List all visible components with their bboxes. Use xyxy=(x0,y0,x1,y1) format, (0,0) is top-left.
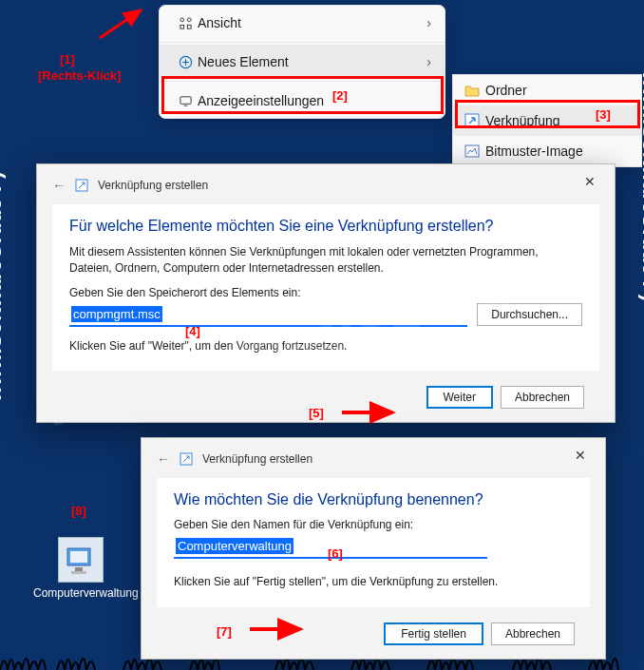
annotation-1: [1] xyxy=(60,52,75,67)
annotation-2: [2] xyxy=(332,88,348,103)
submenu-item-verknuepfung[interactable]: Verknüpfung xyxy=(453,105,641,136)
dialog-description: Mit diesem Assistenten können Sie Verknü… xyxy=(69,244,582,277)
arrow-icon xyxy=(245,618,312,641)
separator xyxy=(160,81,445,82)
svg-point-2 xyxy=(187,17,191,21)
back-button[interactable]: ← xyxy=(52,178,66,193)
annotation-7: [7] xyxy=(217,624,232,639)
grid-icon xyxy=(173,16,198,30)
folder-icon xyxy=(464,84,485,97)
menu-item-ansicht[interactable]: Ansicht › xyxy=(160,6,445,40)
menu-item-neues-element[interactable]: Neues Element › xyxy=(160,45,445,79)
browse-button[interactable]: Durchsuchen... xyxy=(477,303,582,326)
annotation-6: [6] xyxy=(328,546,343,561)
computer-management-icon xyxy=(58,537,104,583)
desktop-icon-label: Computerverwaltung xyxy=(33,586,128,600)
input-label: Geben Sie den Namen für die Verknüpfung … xyxy=(174,518,573,531)
menu-label: Neues Element xyxy=(198,54,289,69)
next-button[interactable]: Weiter xyxy=(426,386,493,409)
menu-item-anzeige[interactable]: Anzeigeeinstellungen xyxy=(160,84,445,118)
annotation-5: [5] xyxy=(309,406,324,420)
shortcut-icon xyxy=(180,452,193,466)
dialog-create-shortcut-2: ✕ ← Verknüpfung erstellen Wie möchten Si… xyxy=(141,437,606,660)
context-menu: Ansicht › Neues Element › Anzeigeeinstel… xyxy=(159,5,445,119)
annotation-3: [3] xyxy=(596,107,611,122)
back-button[interactable]: ← xyxy=(157,451,170,467)
desktop-shortcut[interactable]: Computerverwaltung xyxy=(33,537,128,600)
menu-label: Anzeigeeinstellungen xyxy=(198,93,324,108)
shortcut-icon xyxy=(464,113,485,128)
svg-rect-3 xyxy=(180,25,183,29)
annotation-8: [8] xyxy=(71,504,86,518)
dialog-create-shortcut-1: ✕ ← Verknüpfung erstellen Für welche Ele… xyxy=(36,163,616,423)
svg-rect-17 xyxy=(70,551,87,563)
svg-rect-19 xyxy=(71,571,86,574)
cancel-button[interactable]: Abbrechen xyxy=(491,622,575,645)
dialog-title: Für welche Elemente möchten Sie eine Ver… xyxy=(69,218,582,235)
submenu-label: Ordner xyxy=(485,83,527,98)
annotation-1-label: [Rechts-Klick] xyxy=(38,68,121,83)
input-label: Geben Sie den Speicherort des Elements e… xyxy=(69,286,582,299)
location-input[interactable]: compmgmt.msc xyxy=(69,303,467,327)
cancel-button[interactable]: Abbrechen xyxy=(501,386,584,409)
svg-rect-4 xyxy=(187,25,191,29)
svg-line-0 xyxy=(100,10,141,38)
arrow-icon xyxy=(95,5,152,43)
annotation-4: [4] xyxy=(185,324,200,338)
svg-rect-8 xyxy=(180,96,190,104)
svg-rect-18 xyxy=(75,567,83,571)
watermark-left: www.SoftwareOK.de :-) xyxy=(0,172,7,402)
plus-circle-icon xyxy=(173,55,198,69)
menu-label: Ansicht xyxy=(198,15,241,30)
arrow-icon xyxy=(337,401,404,424)
close-button[interactable]: ✕ xyxy=(561,442,599,469)
display-icon xyxy=(173,94,198,108)
submenu-new: Ordner Verknüpfung Bitmuster-Image xyxy=(452,74,642,167)
dialog-hint: Klicken Sie auf "Weiter", um den Vorgang… xyxy=(69,338,582,354)
submenu-label: Verknüpfung xyxy=(485,113,560,128)
dialog-header-text: Verknüpfung erstellen xyxy=(98,179,208,192)
submenu-item-ordner[interactable]: Ordner xyxy=(453,75,641,105)
svg-rect-11 xyxy=(465,145,479,157)
chevron-right-icon: › xyxy=(426,15,431,30)
image-icon xyxy=(464,144,485,158)
submenu-label: Bitmuster-Image xyxy=(485,144,583,159)
chevron-right-icon: › xyxy=(426,54,431,69)
close-button[interactable]: ✕ xyxy=(571,168,609,195)
submenu-item-bitmuster[interactable]: Bitmuster-Image xyxy=(453,136,641,166)
dialog-header-text: Verknüpfung erstellen xyxy=(202,452,313,466)
svg-point-1 xyxy=(180,17,183,21)
shortcut-icon xyxy=(75,179,88,192)
finish-button[interactable]: Fertig stellen xyxy=(384,622,483,645)
dialog-title: Wie möchten Sie die Verknüpfung benennen… xyxy=(174,491,573,508)
separator xyxy=(160,42,445,43)
dialog-hint: Klicken Sie auf "Fertig stellen", um die… xyxy=(174,574,573,590)
